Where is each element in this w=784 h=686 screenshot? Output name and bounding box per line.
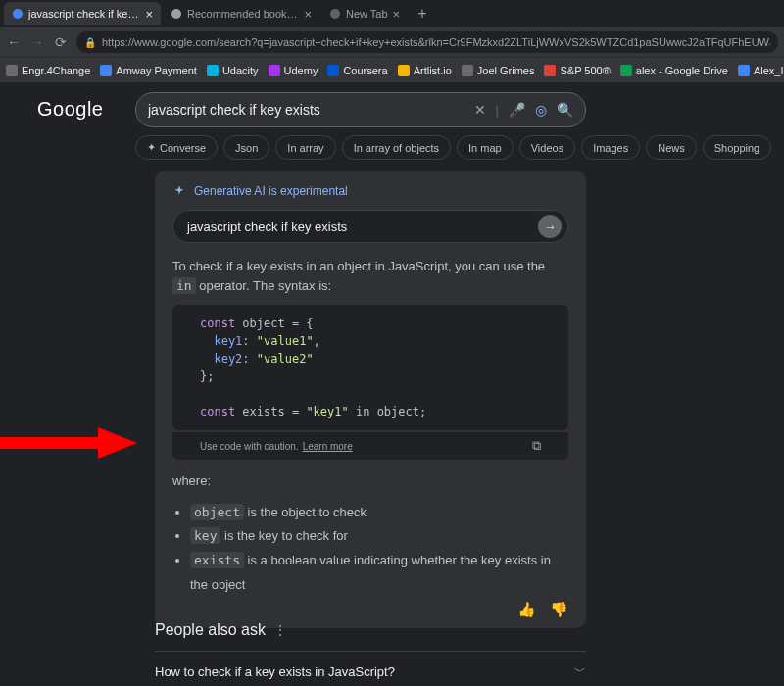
ai-query-text: javascript check if key exists: [187, 220, 538, 234]
tab-title: javascript check if key exists - Go: [28, 8, 140, 20]
bookmark[interactable]: Udemy: [269, 65, 318, 76]
new-tab-button[interactable]: +: [410, 5, 434, 23]
thumbs-up-icon[interactable]: 👍: [517, 601, 536, 618]
bookmark[interactable]: Udacity: [207, 65, 259, 76]
svg-point-1: [172, 9, 181, 19]
chevron-down-icon: ﹀: [574, 663, 586, 680]
chip-images[interactable]: Images: [581, 135, 640, 160]
favicon-icon: [329, 8, 341, 20]
submit-arrow-button[interactable]: →: [538, 215, 562, 238]
google-favicon-icon: [12, 8, 24, 20]
list-item: key is the key to check for: [190, 524, 568, 549]
tab-title: New Tab: [346, 8, 388, 20]
bookmark-icon: [398, 65, 410, 76]
bookmarks-bar: Engr.4Change Amway Payment Udacity Udemy…: [0, 57, 784, 82]
code-block: const object = { key1: "value1", key2: "…: [172, 305, 568, 430]
search-input[interactable]: [148, 102, 465, 118]
chip-converse[interactable]: ✦Converse: [135, 135, 218, 160]
chip-in-array-objects[interactable]: In array of objects: [342, 135, 451, 160]
thumbs-down-icon[interactable]: 👎: [550, 601, 568, 618]
lock-icon: 🔒: [84, 37, 96, 48]
bookmark-icon: [738, 65, 750, 76]
back-button[interactable]: ←: [6, 34, 22, 50]
bookmark-icon: [544, 65, 556, 76]
browser-tab-bar: javascript check if key exists - Go × Re…: [0, 0, 784, 27]
close-icon[interactable]: ×: [393, 8, 401, 21]
bookmark[interactable]: Alex_Isiani - Google...: [738, 65, 784, 76]
more-icon[interactable]: ⋮: [273, 622, 287, 638]
list-item: object is the object to check: [190, 501, 568, 525]
copy-icon[interactable]: ⧉: [532, 438, 541, 454]
chip-videos[interactable]: Videos: [519, 135, 575, 160]
learn-more-link[interactable]: Learn more: [303, 441, 353, 452]
reload-button[interactable]: ⟳: [53, 34, 69, 50]
svg-point-0: [13, 9, 23, 19]
browser-tab[interactable]: javascript check if key exists - Go ×: [4, 2, 161, 25]
clear-icon[interactable]: ✕: [474, 102, 486, 118]
chip-in-map[interactable]: In map: [457, 135, 514, 160]
google-logo[interactable]: Google: [37, 98, 104, 121]
bookmark[interactable]: S&P 500®: [544, 65, 610, 76]
explanation-list: object is the object to check key is the…: [172, 501, 568, 598]
paa-title: People also ask ⋮: [155, 621, 586, 639]
bookmark-icon: [269, 65, 280, 76]
bookmark-icon: [462, 65, 473, 76]
chip-json[interactable]: Json: [223, 135, 270, 160]
sparkle-icon: [172, 184, 186, 198]
bookmark-icon: [207, 65, 219, 76]
mic-icon[interactable]: 🎤: [509, 102, 525, 118]
forward-button[interactable]: →: [29, 34, 45, 50]
browser-address-bar: ← → ⟳ 🔒 https://www.google.com/search?q=…: [0, 27, 784, 57]
bookmark-icon: [327, 65, 339, 76]
favicon-icon: [171, 8, 182, 20]
svg-marker-3: [0, 427, 137, 459]
ai-answer-text: To check if a key exists in an object in…: [172, 257, 568, 295]
chip-news[interactable]: News: [646, 135, 697, 160]
browser-tab[interactable]: Recommended books for brand ×: [163, 2, 319, 25]
svg-point-2: [330, 9, 340, 19]
page-content: Google ✕ | 🎤 ◎ 🔍 ✦Converse Json In array…: [0, 82, 784, 686]
bookmark[interactable]: Amway Payment: [100, 65, 197, 76]
filter-chips: ✦Converse Json In array In array of obje…: [135, 135, 771, 160]
bookmark-icon: [6, 65, 18, 76]
tab-title: Recommended books for brand: [187, 8, 299, 20]
bookmark[interactable]: Artlist.io: [398, 65, 452, 76]
bookmark[interactable]: Coursera: [327, 65, 387, 76]
ai-header: Generative AI is experimental: [172, 184, 568, 198]
converse-icon: ✦: [147, 141, 156, 154]
bookmark[interactable]: Joel Grimes: [462, 65, 535, 76]
code-caution: Use code with caution. Learn more ⧉: [172, 432, 568, 460]
url-text: https://www.google.com/search?q=javascri…: [102, 36, 770, 48]
ai-query-box[interactable]: javascript check if key exists →: [172, 210, 568, 243]
bookmark-icon: [620, 65, 632, 76]
url-input[interactable]: 🔒 https://www.google.com/search?q=javasc…: [76, 31, 778, 53]
bookmark[interactable]: alex - Google Drive: [620, 65, 728, 76]
generative-ai-card: Generative AI is experimental javascript…: [155, 171, 586, 628]
close-icon[interactable]: ×: [145, 8, 153, 21]
feedback-buttons: 👍 👎: [172, 601, 568, 618]
list-item: exists is a boolean value indicating whe…: [190, 549, 568, 597]
chip-shopping[interactable]: Shopping: [703, 135, 772, 160]
lens-icon[interactable]: ◎: [535, 102, 547, 118]
bookmark[interactable]: Engr.4Change: [6, 65, 90, 76]
annotation-arrow-icon: [0, 423, 137, 463]
where-label: where:: [172, 471, 568, 491]
paa-question[interactable]: How to check if a key exists in JavaScri…: [155, 651, 586, 686]
search-icon[interactable]: 🔍: [557, 102, 573, 118]
search-box[interactable]: ✕ | 🎤 ◎ 🔍: [135, 92, 586, 127]
chip-in-array[interactable]: In array: [275, 135, 335, 160]
close-icon[interactable]: ×: [304, 8, 312, 21]
bookmark-icon: [100, 65, 112, 76]
browser-tab[interactable]: New Tab ×: [321, 2, 408, 25]
people-also-ask: People also ask ⋮ How to check if a key …: [155, 621, 586, 686]
